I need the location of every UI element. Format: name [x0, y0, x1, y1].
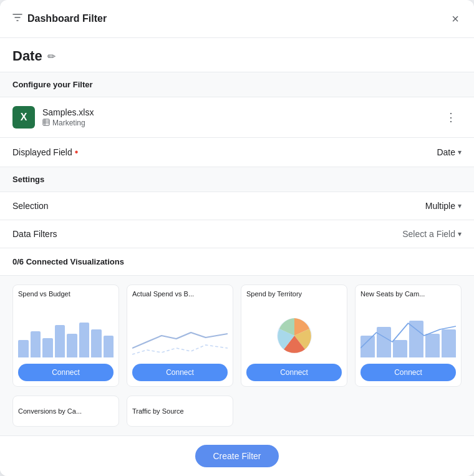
- connect-button-3[interactable]: Connect: [246, 364, 342, 381]
- header-left: Dashboard Filter: [12, 12, 107, 25]
- selection-label: Selection: [12, 201, 49, 211]
- selection-value[interactable]: Multiple ▾: [425, 201, 462, 211]
- edit-icon[interactable]: ✏: [47, 51, 56, 62]
- more-options-button[interactable]: ⋮: [440, 108, 462, 127]
- viz-card-spend-vs-budget: Spend vs Budget Connect: [12, 284, 119, 387]
- selection-row: Selection Multiple ▾: [0, 192, 474, 220]
- settings-section-label: Settings: [0, 167, 474, 192]
- required-indicator: •: [75, 147, 79, 158]
- dashboard-filter-modal: Dashboard Filter × Date ✏ Configure your…: [0, 0, 474, 476]
- datasource-info: Samples.xlsx Marketing: [42, 107, 94, 127]
- datasource-table: Marketing: [42, 119, 94, 127]
- overlay-line-chart: [360, 314, 456, 357]
- visualizations-grid: Spend vs Budget Connect Actual Spend vs …: [0, 276, 474, 396]
- excel-icon: X: [12, 106, 35, 129]
- close-button[interactable]: ×: [449, 10, 462, 27]
- viz-card-title: New Seats by Cam...: [356, 285, 461, 300]
- viz-chart-area: [356, 300, 461, 360]
- connect-button-4[interactable]: Connect: [360, 364, 456, 381]
- modal-title: Dashboard Filter: [27, 13, 107, 24]
- viz-card-partial-traffic: Traffic by Source: [127, 396, 233, 427]
- datasource-name: Samples.xlsx: [42, 107, 94, 117]
- viz-card-partial-conversions: Conversions by Ca...: [12, 396, 119, 427]
- displayed-field-label: Displayed Field •: [12, 147, 78, 158]
- displayed-field-row: Displayed Field • Date ▾: [0, 138, 474, 167]
- partial-cards-row: Conversions by Ca... Traffic by Source: [0, 396, 474, 435]
- visualizations-header: 0/6 Connected Visualizations: [0, 248, 474, 276]
- viz-card-title: Spend vs Budget: [13, 285, 119, 300]
- pie-chart: [276, 317, 313, 354]
- partial-card-title: Conversions by Ca...: [18, 407, 82, 415]
- viz-card-title: Spend by Territory: [241, 285, 347, 300]
- chevron-down-icon: ▾: [458, 202, 462, 210]
- svg-rect-0: [43, 119, 49, 125]
- configure-section-label: Configure your Filter: [0, 72, 474, 97]
- table-name: Marketing: [52, 119, 85, 127]
- modal-header: Dashboard Filter ×: [0, 0, 474, 38]
- data-filters-row: Data Filters Select a Field ▾: [0, 220, 474, 248]
- displayed-field-value[interactable]: Date ▾: [437, 147, 462, 157]
- partial-card-title: Traffic by Source: [132, 407, 184, 415]
- connect-button-1[interactable]: Connect: [18, 364, 114, 381]
- modal-footer: Create Filter: [0, 435, 474, 476]
- viz-card-spend-territory: Spend by Territory: [241, 284, 347, 387]
- table-icon: [42, 119, 50, 127]
- viz-chart-area: [127, 300, 233, 360]
- viz-card-title: Actual Spend vs B...: [127, 285, 233, 300]
- create-filter-button[interactable]: Create Filter: [195, 445, 278, 467]
- chevron-down-icon: ▾: [458, 230, 462, 238]
- filter-name-section: Date ✏: [0, 38, 474, 72]
- data-filters-label: Data Filters: [12, 229, 57, 239]
- viz-card-new-seats: New Seats by Cam... Connect: [355, 284, 462, 387]
- line-chart: [132, 314, 228, 357]
- viz-chart-area: [13, 300, 119, 360]
- bar-chart: [18, 314, 114, 357]
- viz-card-actual-spend: Actual Spend vs B... Connect: [127, 284, 233, 387]
- chevron-down-icon: ▾: [458, 148, 462, 157]
- data-filters-value[interactable]: Select a Field ▾: [402, 229, 462, 239]
- datasource-left: X Samples.xlsx Marketing: [12, 106, 94, 129]
- filter-icon: [12, 12, 22, 25]
- connect-button-2[interactable]: Connect: [132, 364, 228, 381]
- datasource-row: X Samples.xlsx Marketing ⋮: [0, 97, 474, 138]
- viz-chart-area: [241, 300, 347, 360]
- filter-name: Date: [12, 48, 42, 64]
- filter-name-row: Date ✏: [12, 48, 462, 64]
